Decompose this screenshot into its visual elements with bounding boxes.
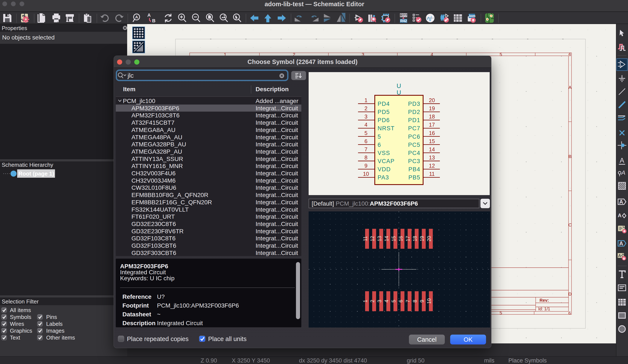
- svg-text:VDD: VDD: [378, 166, 391, 173]
- svg-text:5: 5: [500, 310, 502, 315]
- svg-text:PC6: PC6: [408, 133, 420, 140]
- svg-text:R??: R??: [400, 13, 407, 17]
- svg-text:5: 5: [391, 300, 396, 303]
- svg-text:PC4: PC4: [408, 150, 420, 156]
- svg-text:PA3: PA3: [378, 174, 389, 181]
- svg-text:Id: 1/1: Id: 1/1: [538, 306, 550, 311]
- svg-text:6: 6: [568, 310, 571, 315]
- svg-text:3: 3: [365, 114, 368, 120]
- svg-text:PC7: PC7: [408, 125, 420, 131]
- svg-text:B: B: [568, 154, 571, 159]
- svg-text:PD5: PD5: [378, 109, 390, 115]
- svg-text:A: A: [147, 13, 151, 18]
- svg-text:13: 13: [429, 155, 435, 161]
- svg-text:7: 7: [365, 146, 368, 152]
- svg-text:19: 19: [429, 105, 435, 111]
- svg-text:16: 16: [398, 236, 403, 242]
- svg-text:6: 6: [378, 142, 381, 148]
- svg-text:A: A: [618, 253, 621, 258]
- svg-text:13: 13: [377, 236, 382, 242]
- svg-text:20: 20: [429, 97, 435, 103]
- svg-text:A: A: [618, 212, 621, 218]
- svg-text:PD2: PD2: [408, 109, 420, 115]
- svg-text:A: A: [568, 85, 571, 90]
- svg-text:18: 18: [429, 114, 435, 120]
- svg-text:6: 6: [365, 138, 368, 144]
- svg-text:D: D: [568, 292, 571, 296]
- svg-text:PD1: PD1: [408, 117, 420, 123]
- svg-text:7: 7: [405, 300, 411, 303]
- svg-text:10: 10: [363, 171, 369, 177]
- svg-text:16: 16: [429, 130, 435, 136]
- svg-text:A: A: [621, 169, 625, 176]
- svg-text:VSS: VSS: [378, 150, 390, 156]
- svg-text:8: 8: [412, 300, 418, 303]
- svg-text:4: 4: [384, 300, 390, 303]
- svg-text:2: 2: [365, 105, 368, 111]
- svg-text:19: 19: [419, 236, 425, 242]
- svg-text:9: 9: [365, 163, 368, 169]
- svg-text:20: 20: [426, 236, 432, 242]
- svg-text:11: 11: [429, 171, 435, 177]
- svg-text:17: 17: [405, 236, 411, 242]
- svg-text:VCAP: VCAP: [378, 158, 395, 164]
- svg-text:11: 11: [363, 236, 368, 241]
- svg-text:6: 6: [568, 52, 571, 57]
- svg-text:6: 6: [398, 300, 403, 303]
- svg-text:PC3: PC3: [408, 158, 420, 164]
- svg-text:A: A: [135, 15, 138, 19]
- svg-text:14: 14: [384, 236, 390, 242]
- svg-text:3: 3: [377, 300, 382, 303]
- svg-text:8: 8: [365, 155, 368, 161]
- svg-text:12: 12: [429, 163, 435, 169]
- svg-text:4: 4: [365, 122, 368, 128]
- svg-text:U: U: [397, 89, 401, 96]
- svg-text:18: 18: [412, 236, 418, 242]
- svg-text:C: C: [568, 222, 571, 227]
- svg-text:PD6: PD6: [378, 117, 390, 123]
- svg-text:PD4: PD4: [378, 101, 390, 107]
- svg-text:Rev:: Rev:: [540, 298, 549, 303]
- svg-text:A: A: [619, 240, 623, 246]
- svg-text:5: 5: [365, 130, 368, 136]
- svg-text:9: 9: [419, 300, 425, 303]
- svg-text:B: B: [152, 18, 156, 23]
- svg-text:5: 5: [378, 133, 381, 140]
- svg-text:U: U: [397, 82, 401, 89]
- svg-text:15: 15: [429, 138, 435, 144]
- svg-text:PB4: PB4: [408, 166, 420, 173]
- svg-text:1: 1: [365, 97, 368, 103]
- svg-text:15: 15: [391, 236, 396, 242]
- svg-text:1: 1: [363, 300, 368, 303]
- svg-text:A: A: [619, 199, 623, 205]
- svg-text:2: 2: [370, 300, 375, 303]
- svg-text:10: 10: [426, 298, 432, 304]
- svg-text:.bom: .bom: [468, 14, 475, 18]
- svg-text:12: 12: [370, 236, 375, 242]
- svg-text:5: 5: [500, 52, 502, 57]
- svg-text:A: A: [620, 157, 624, 164]
- svg-text:R42: R42: [400, 19, 407, 23]
- svg-text:14: 14: [429, 146, 435, 152]
- svg-text:17: 17: [429, 122, 435, 128]
- svg-text:PD3: PD3: [408, 101, 420, 107]
- svg-text:PB5: PB5: [408, 174, 420, 181]
- svg-text:NRST: NRST: [378, 125, 395, 131]
- svg-text:PC5: PC5: [408, 142, 420, 148]
